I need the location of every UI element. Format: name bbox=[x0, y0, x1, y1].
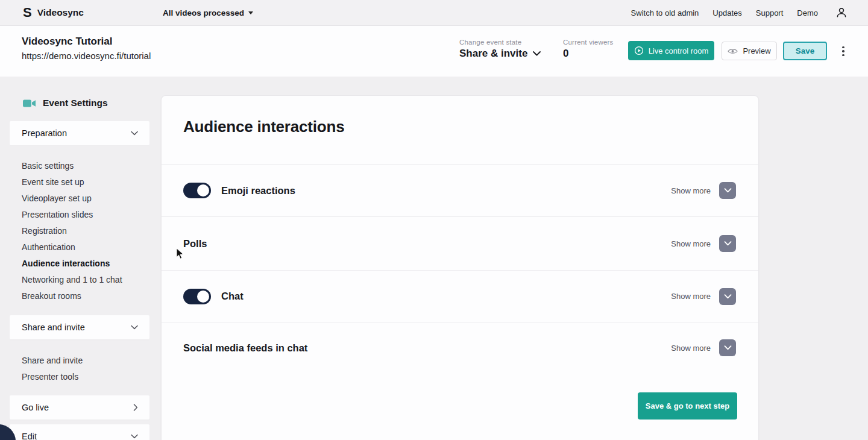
row-polls: Polls Show more bbox=[162, 216, 758, 270]
link-support[interactable]: Support bbox=[756, 8, 784, 17]
row-chat: Chat Show more bbox=[162, 270, 758, 322]
chevron-down-icon bbox=[724, 241, 732, 246]
live-control-room-label: Live control room bbox=[649, 46, 709, 55]
save-and-next-step-button[interactable]: Save & go to next step bbox=[638, 392, 737, 420]
kebab-dot bbox=[842, 54, 844, 57]
section-edit-label: Edit bbox=[22, 432, 37, 440]
kebab-dot bbox=[842, 46, 844, 49]
section-preparation-label: Preparation bbox=[22, 128, 67, 138]
row-label: Emoji reactions bbox=[221, 185, 295, 196]
top-bar: S Videosync All videos processed Switch … bbox=[0, 0, 868, 26]
kebab-dot bbox=[842, 50, 844, 52]
event-settings-title: Event Settings bbox=[43, 98, 108, 108]
chevron-down-icon bbox=[131, 434, 138, 439]
row-emoji-reactions: Emoji reactions Show more bbox=[162, 164, 758, 216]
settings-rows: Emoji reactions Show more Polls Show mor… bbox=[162, 164, 758, 373]
person-icon bbox=[835, 7, 848, 19]
expand-row-button[interactable] bbox=[719, 182, 736, 199]
chevron-down-icon bbox=[131, 131, 138, 136]
user-account-button[interactable] bbox=[835, 7, 848, 19]
save-label: Save bbox=[796, 46, 815, 55]
video-camera-icon bbox=[23, 99, 36, 108]
row-social-media-feeds: Social media feeds in chat Show more bbox=[162, 322, 758, 373]
row-label: Social media feeds in chat bbox=[183, 342, 307, 354]
videos-processed-dropdown[interactable]: All videos processed bbox=[163, 0, 253, 26]
chevron-down-icon bbox=[724, 345, 732, 350]
section-go-live-label: Go live bbox=[22, 403, 49, 412]
more-options-button[interactable] bbox=[838, 44, 848, 58]
section-share-and-invite[interactable]: Share and invite bbox=[10, 315, 149, 339]
event-url[interactable]: https://demo.videosync.fi/tutorial bbox=[22, 51, 151, 61]
play-circle-icon bbox=[634, 46, 644, 55]
current-viewers-value: 0 bbox=[563, 48, 614, 60]
sidebar-item-breakout-rooms[interactable]: Breakout rooms bbox=[22, 288, 122, 304]
show-more-link[interactable]: Show more bbox=[671, 186, 711, 195]
sidebar-item-videoplayer-set-up[interactable]: Videoplayer set up bbox=[22, 190, 122, 207]
preparation-nav-list: Basic settings Event site set up Videopl… bbox=[22, 158, 122, 304]
sidebar-item-audience-interactions[interactable]: Audience interactions bbox=[22, 255, 122, 271]
event-state-label: Change event state bbox=[459, 39, 541, 46]
preview-button[interactable]: Preview bbox=[722, 42, 777, 60]
section-preparation[interactable]: Preparation bbox=[10, 121, 149, 145]
preview-label: Preview bbox=[743, 46, 770, 55]
save-button[interactable]: Save bbox=[783, 42, 827, 60]
chevron-down-icon bbox=[533, 51, 541, 56]
link-switch-old-admin[interactable]: Switch to old admin bbox=[631, 8, 699, 17]
show-more-link[interactable]: Show more bbox=[671, 292, 711, 301]
videos-processed-label: All videos processed bbox=[163, 8, 244, 17]
event-header: Videosync Tutorial https://demo.videosyn… bbox=[0, 26, 868, 77]
chevron-down-icon bbox=[724, 294, 732, 299]
row-label: Chat bbox=[221, 291, 244, 302]
chevron-down-icon bbox=[131, 325, 138, 330]
section-share-label: Share and invite bbox=[22, 322, 85, 332]
sidebar-item-presentation-slides[interactable]: Presentation slides bbox=[22, 207, 122, 223]
event-settings-header: Event Settings bbox=[23, 98, 108, 108]
toggle-knob bbox=[197, 291, 209, 303]
eye-icon bbox=[728, 48, 738, 55]
sidebar-item-presenter-tools[interactable]: Presenter tools bbox=[22, 368, 83, 385]
caret-down-icon bbox=[248, 11, 253, 14]
chat-toggle[interactable] bbox=[183, 289, 211, 304]
current-viewers-block: Current viewers 0 bbox=[563, 39, 614, 60]
event-state-value: Share & invite bbox=[459, 48, 527, 60]
page-title: Audience interactions bbox=[183, 118, 344, 136]
expand-row-button[interactable] bbox=[719, 235, 736, 252]
link-updates[interactable]: Updates bbox=[712, 8, 741, 17]
row-label: Polls bbox=[183, 238, 207, 250]
show-more-link[interactable]: Show more bbox=[671, 239, 711, 248]
section-edit[interactable]: Edit bbox=[10, 424, 149, 440]
sidebar-item-authentication[interactable]: Authentication bbox=[22, 239, 122, 255]
expand-row-button[interactable] bbox=[719, 288, 736, 305]
share-nav-list: Share and invite Presenter tools bbox=[22, 352, 83, 385]
sidebar-item-basic-settings[interactable]: Basic settings bbox=[22, 158, 122, 174]
chevron-right-icon bbox=[133, 404, 138, 411]
topbar-links: Switch to old admin Updates Support Demo bbox=[631, 7, 848, 19]
brand-name: Videosync bbox=[37, 7, 84, 18]
save-next-label: Save & go to next step bbox=[646, 401, 729, 410]
sidebar-item-registration[interactable]: Registration bbox=[22, 223, 122, 239]
emoji-reactions-toggle[interactable] bbox=[183, 183, 211, 198]
chevron-down-icon bbox=[724, 188, 732, 193]
link-demo[interactable]: Demo bbox=[797, 8, 818, 17]
card-footer: Save & go to next step bbox=[638, 392, 737, 420]
sidebar-item-networking-1to1-chat[interactable]: Networking and 1 to 1 chat bbox=[22, 271, 122, 288]
event-state-dropdown[interactable]: Share & invite bbox=[459, 48, 541, 60]
show-more-link[interactable]: Show more bbox=[671, 344, 711, 353]
sidebar-item-event-site-set-up[interactable]: Event site set up bbox=[22, 174, 122, 190]
audience-interactions-panel: Audience interactions Emoji reactions Sh… bbox=[161, 95, 759, 440]
videosync-logo-icon: S bbox=[23, 6, 32, 19]
toggle-knob bbox=[197, 184, 209, 196]
sidebar-item-share-and-invite[interactable]: Share and invite bbox=[22, 352, 83, 368]
brand-logo[interactable]: S Videosync bbox=[23, 6, 84, 19]
event-title: Videosync Tutorial bbox=[22, 36, 113, 48]
current-viewers-label: Current viewers bbox=[563, 39, 614, 46]
section-go-live[interactable]: Go live bbox=[10, 395, 149, 420]
expand-row-button[interactable] bbox=[719, 339, 736, 356]
live-control-room-button[interactable]: Live control room bbox=[628, 41, 714, 60]
event-state-block: Change event state Share & invite bbox=[459, 39, 541, 60]
